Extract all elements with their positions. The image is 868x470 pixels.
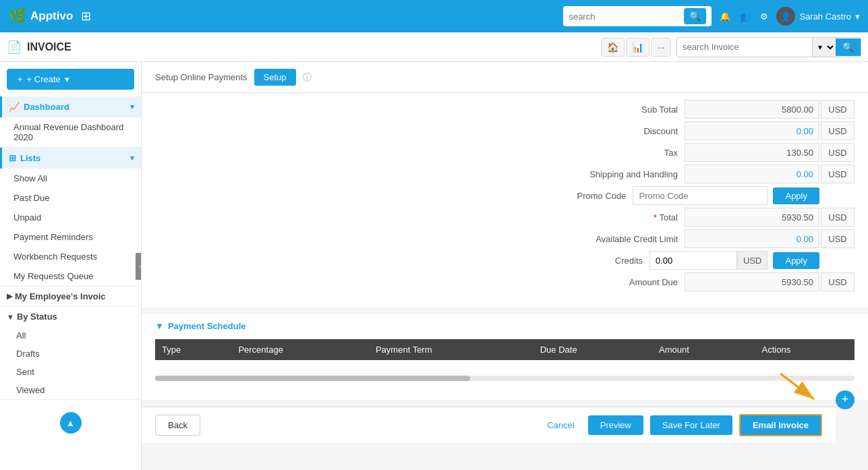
sidebar-item-unpaid[interactable]: Unpaid — [0, 208, 141, 227]
totals-section: Sub Total Discount Tax Shipping and Hand… — [142, 93, 868, 307]
sidebar-item-my-employees[interactable]: ▶ My Employee's Invoic — [0, 287, 141, 306]
cancel-link[interactable]: Cancel — [540, 415, 581, 435]
sub-total-currency — [821, 100, 855, 119]
sidebar-item-viewed[interactable]: Viewed — [0, 381, 141, 399]
setup-online-payments-bar: Setup Online Payments Setup ⓘ — [142, 62, 868, 93]
sub-total-row: Sub Total — [155, 100, 855, 119]
discount-label: Discount — [550, 126, 685, 136]
discount-row: Discount — [155, 121, 855, 140]
credit-limit-input — [685, 229, 819, 248]
sidebar-my-employees-section: ▶ My Employee's Invoic — [0, 287, 141, 307]
payment-schedule-title: Payment Schedule — [168, 321, 246, 331]
credits-input[interactable] — [649, 251, 737, 270]
total-required-star: * — [654, 212, 659, 223]
avatar: 👤 — [776, 7, 795, 26]
preview-button[interactable]: Preview — [588, 415, 643, 435]
back-button[interactable]: Back — [155, 415, 200, 436]
payment-schedule-table: Type Percentage Payment Term Due Date Am… — [155, 339, 855, 374]
sidebar-item-annual-revenue[interactable]: Annual Revenue Dashboard 2020 — [0, 117, 141, 147]
total-row: * Total — [155, 208, 855, 227]
global-search-button[interactable]: 🔍 — [684, 8, 706, 24]
sub-total-input[interactable] — [685, 100, 819, 119]
setup-button[interactable]: Setup — [254, 69, 296, 86]
lists-icon: ⊞ — [9, 153, 16, 163]
col-percentage: Percentage — [231, 339, 369, 360]
payment-schedule-header[interactable]: ▼ Payment Schedule — [155, 321, 855, 331]
sidebar-item-workbench-requests[interactable]: Workbench Requests — [0, 247, 141, 266]
sidebar-item-dashboard[interactable]: 📈 Dashboard ▾ — [0, 96, 141, 117]
toolbar-icons: 🏠 📊 ··· — [601, 38, 671, 57]
invoice-search-dropdown[interactable]: ▾ — [812, 38, 836, 57]
shipping-input[interactable] — [685, 165, 819, 183]
user-dropdown-icon: ▾ — [855, 11, 860, 22]
payment-schedule-collapse-icon: ▼ — [155, 321, 164, 331]
shipping-label: Shipping and Handling — [550, 169, 685, 179]
annual-revenue-label: Annual Revenue Dashboard 2020 — [13, 122, 123, 142]
sidebar-item-sent[interactable]: Sent — [0, 363, 141, 381]
apply-credits-button[interactable]: Apply — [773, 252, 819, 269]
invoice-search-input[interactable] — [677, 38, 812, 57]
app-name: Apptivo — [30, 9, 73, 23]
settings-icon[interactable]: ⚙ — [760, 11, 768, 22]
nav-icons: 🔔 👥 ⚙ — [720, 11, 768, 22]
create-plus-icon: + — [18, 74, 23, 84]
setup-label: Setup Online Payments — [155, 72, 248, 82]
shipping-row: Shipping and Handling — [155, 165, 855, 183]
main-layout: + + Create ▾ 📈 Dashboard ▾ Annual Revenu… — [0, 62, 868, 470]
home-button[interactable]: 🏠 — [601, 38, 625, 57]
create-dropdown-icon: ▾ — [65, 74, 69, 84]
table-scroll-thumb — [155, 376, 470, 381]
col-type: Type — [155, 339, 231, 360]
chart-button[interactable]: 📊 — [626, 38, 649, 57]
global-search-bar: 🔍 — [563, 6, 712, 26]
sidebar-item-by-status[interactable]: ▼ By Status — [0, 307, 141, 326]
global-search-input[interactable] — [569, 11, 684, 22]
my-employees-label: My Employee's Invoic — [15, 291, 106, 301]
user-avatar-icon: 👤 — [780, 11, 791, 22]
credit-limit-label: Available Credit Limit — [550, 234, 685, 244]
sidebar-item-my-requests-queue[interactable]: My Requests Queue — [0, 266, 141, 286]
sidebar-item-past-due[interactable]: Past Due — [0, 188, 141, 208]
my-employees-arrow-icon: ▶ — [7, 292, 12, 301]
amount-due-input — [685, 272, 819, 291]
email-invoice-button[interactable]: Email Invoice — [739, 414, 822, 436]
user-name: Sarah Castro — [799, 11, 851, 22]
sidebar-dashboard-section: 📈 Dashboard ▾ Annual Revenue Dashboard 2… — [0, 96, 141, 148]
user-info[interactable]: 👤 Sarah Castro ▾ — [776, 7, 860, 26]
promo-label: Promo Code — [498, 191, 633, 201]
arrow-annotation — [774, 367, 828, 409]
app-logo: 🌿 Apptivo — [8, 7, 73, 25]
discount-input[interactable] — [685, 121, 819, 140]
sidebar-item-drafts[interactable]: Drafts — [0, 345, 141, 363]
apply-promo-button[interactable]: Apply — [773, 187, 819, 204]
tax-label: Tax — [550, 148, 685, 158]
col-payment-term: Payment Term — [369, 339, 533, 360]
tax-input[interactable] — [685, 143, 819, 162]
grid-icon[interactable]: ⊞ — [81, 9, 91, 24]
info-icon[interactable]: ⓘ — [303, 71, 312, 84]
total-input — [685, 208, 819, 227]
credits-currency-label: USD — [737, 251, 768, 270]
sidebar-item-show-all[interactable]: Show All — [0, 169, 141, 188]
promo-row: Promo Code Apply — [155, 186, 855, 205]
empty-row — [155, 360, 855, 374]
invoice-search-button[interactable]: 🔍 — [836, 38, 861, 56]
secondary-toolbar: 📄 INVOICE 🏠 📊 ··· ▾ 🔍 — [0, 32, 868, 62]
col-due-date: Due Date — [533, 339, 652, 360]
create-button[interactable]: + + Create ▾ — [7, 69, 134, 90]
add-row-button[interactable]: + — [836, 390, 855, 409]
sidebar-item-all[interactable]: All — [0, 326, 141, 345]
sidebar-item-payment-reminders[interactable]: Payment Reminders — [0, 227, 141, 247]
discount-currency — [821, 121, 855, 140]
contact-icon[interactable]: 👥 — [740, 11, 751, 22]
promo-code-input[interactable] — [633, 186, 768, 205]
save-for-later-button[interactable]: Save For Later — [650, 415, 732, 435]
amount-due-currency — [821, 272, 855, 291]
sidebar-collapse-button[interactable]: ◀ — [136, 253, 142, 280]
more-button[interactable]: ··· — [651, 38, 671, 57]
sidebar-scroll-up-button[interactable]: ▲ — [60, 412, 82, 434]
credit-limit-row: Available Credit Limit — [155, 229, 855, 248]
bell-icon[interactable]: 🔔 — [720, 11, 730, 22]
action-bar: Back Cancel Preview Save For Later Email… — [142, 407, 836, 443]
sidebar-item-lists[interactable]: ⊞ Lists ▾ — [0, 148, 141, 169]
